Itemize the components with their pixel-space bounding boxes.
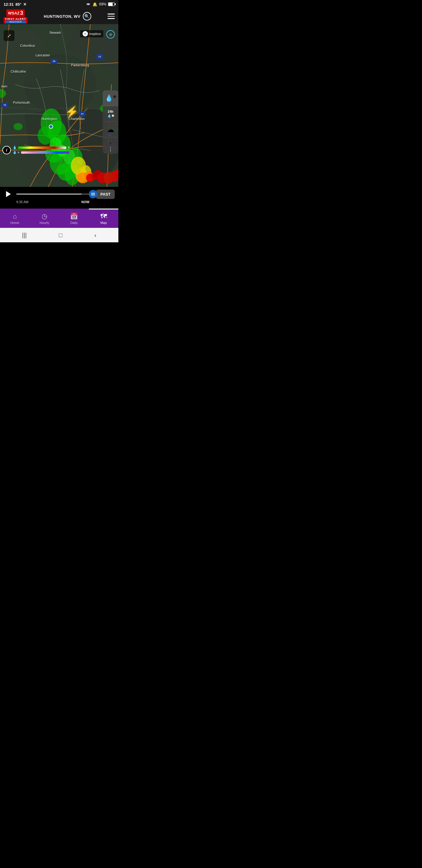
nav-hourly[interactable]: ◷ Hourly [30,209,59,228]
logo-number: 3 [20,10,23,16]
bottom-navigation: ⌂ Home ◷ Hourly 📅 Daily 🗺 Map [0,209,118,228]
start-time-label: 9:35 AM [16,200,28,204]
status-left: 12:31 85° ✕ [4,2,27,7]
wifi-icon [86,2,91,7]
status-right: 🔔 69% [86,2,115,7]
map-container[interactable]: 70 77 71 77 79 64 [0,24,118,187]
logo-wsaz: WSAZ [8,11,19,16]
timeline-bar: PAST 9:35 AM NOW [0,187,118,209]
past-button[interactable]: PAST [96,190,115,199]
x-icon: ✕ [23,2,27,7]
mapbox-logo: ⊙ mapbox [80,30,103,37]
timeline-controls: PAST [4,189,115,199]
rain-drop-icon: 💧 [13,146,17,150]
app-logo: WSAZ 3 FIRST ALERT WEATHER [4,9,27,24]
app-header: WSAZ 3 FIRST ALERT WEATHER HUNTINGTON, W… [0,8,118,24]
mapbox-compass-icon: ⊙ [83,31,88,36]
system-navigation: ||| □ ‹ [0,228,118,242]
rain-legend-bar [18,147,66,149]
nav-daily-label: Daily [70,221,77,224]
now-label: NOW [81,200,91,204]
play-button[interactable] [4,189,13,199]
thumb-handle-icon [92,193,95,195]
nav-daily[interactable]: 📅 Daily [59,209,89,228]
24h-label: 24h💧❄ [107,110,114,118]
nav-map-label: Map [100,221,107,224]
timeline-thumb[interactable] [89,190,97,198]
timeline-progress-fill [16,193,82,195]
expand-icon: ⤢ [7,33,11,38]
lightning-icon: ⚡ [65,105,78,118]
timeline-track[interactable] [16,193,93,195]
back-system-button[interactable]: ‹ [94,232,96,239]
clock-icon: ◷ [41,213,47,220]
alarm-icon: 🔔 [93,2,97,7]
ellipsis-vertical-icon: ⋮ [108,146,113,152]
battery-percent: 69% [99,2,106,6]
play-icon [6,191,11,197]
time-display: 12:31 [4,2,13,7]
legend-row-rain: i 💧 ❄ 💧 ❄ [2,146,70,154]
home-icon: ⌂ [13,213,17,220]
menu-button[interactable] [107,13,115,19]
map-svg: 70 77 71 77 79 64 [0,24,118,187]
24h-layer-button[interactable]: 24h💧❄ [103,106,118,122]
nav-home-label: Home [10,221,19,224]
search-button[interactable]: 🔍 [83,12,91,21]
home-system-button[interactable]: □ [59,232,62,239]
svg-text:71: 71 [4,104,6,106]
temperature-display: 85° [15,2,21,7]
info-button[interactable]: i [2,146,11,154]
map-icon: 🗺 [100,213,107,220]
snow-drop-icon: 💧 [13,150,17,154]
status-bar: 12:31 85° ✕ 🔔 69% [0,0,118,8]
svg-text:77: 77 [81,113,84,116]
svg-text:70: 70 [53,60,56,63]
snowflake-legend-icon: ❄ [67,146,70,150]
recent-apps-button[interactable]: ||| [22,232,27,239]
snow-legend-bar [21,151,69,154]
nav-map[interactable]: 🗺 Map [89,209,118,228]
target-icon: ⊕ [109,32,112,37]
search-icon: 🔍 [84,14,90,19]
svg-point-32 [13,123,23,130]
svg-text:77: 77 [98,56,101,58]
radar-legend: i 💧 ❄ 💧 ❄ [2,146,70,154]
calendar-icon: 📅 [70,213,78,220]
nav-home[interactable]: ⌂ Home [0,209,30,228]
user-location-dot [49,124,53,129]
rain-layer-button[interactable]: 💧❄ [103,90,118,106]
cloud-icon: ☁ [107,125,114,134]
location-display[interactable]: HUNTINGTON, WV 🔍 [44,12,91,21]
more-options-button[interactable]: ⋮ [105,144,116,154]
expand-map-button[interactable]: ⤢ [4,30,14,41]
timeline-labels: 9:35 AM NOW [4,200,115,204]
rain-icon: 💧❄ [105,94,117,102]
cloud-layer-button[interactable]: ☁ [103,122,118,137]
logo-first-alert: FIRST ALERT [5,18,26,21]
logo-weather: WEATHER [5,21,26,23]
battery-icon [108,2,115,6]
nav-hourly-label: Hourly [39,221,49,224]
center-location-button[interactable]: ⊕ [106,30,115,38]
